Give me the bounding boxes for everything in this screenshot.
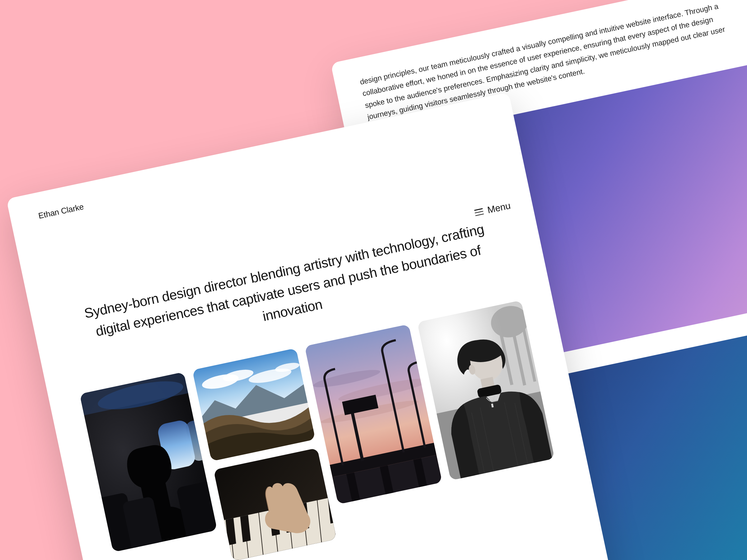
menu-label: Menu xyxy=(487,201,511,216)
svg-rect-7 xyxy=(176,480,217,549)
gallery-image-portrait[interactable] xyxy=(417,300,555,481)
gallery-image-airplane[interactable] xyxy=(80,372,217,553)
hamburger-icon xyxy=(474,208,484,216)
gallery-image-highway[interactable] xyxy=(304,324,442,505)
gallery-image-piano[interactable] xyxy=(213,448,336,560)
site-brand[interactable]: Ethan Clarke xyxy=(38,116,487,221)
artboard-stage: design principles, our team meticulously… xyxy=(0,0,747,560)
gallery-image-mountains[interactable] xyxy=(192,348,315,461)
